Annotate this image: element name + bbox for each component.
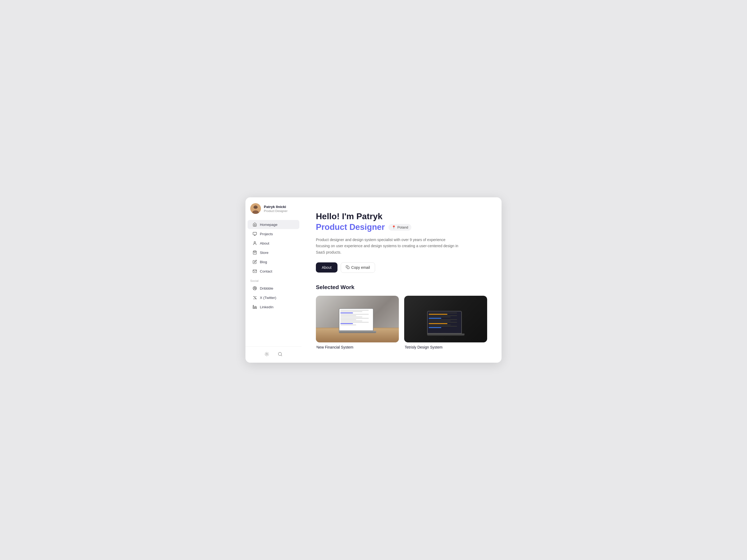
theme-toggle-icon[interactable] (263, 350, 271, 358)
home-icon (252, 222, 257, 227)
location-text: Poland (397, 225, 408, 229)
svg-line-25 (281, 355, 282, 356)
svg-rect-13 (253, 306, 254, 309)
laptop-dark (427, 311, 464, 336)
sidebar-item-homepage-label: Homepage (260, 223, 278, 227)
work-card-image-financial (316, 296, 399, 342)
sidebar-footer (246, 346, 302, 358)
svg-point-9 (254, 242, 255, 243)
svg-rect-6 (253, 232, 256, 235)
profile-name: Patryk Ilnicki (264, 205, 288, 209)
sidebar-item-about-label: About (260, 241, 269, 245)
svg-point-14 (253, 305, 254, 306)
main-content: Hello! I'm Patryk Product Designer 📍 Pol… (302, 197, 501, 363)
twitter-icon (252, 295, 257, 300)
projects-icon (252, 232, 257, 236)
sidebar: Patryk Ilnicki Product Designer Homepage (246, 197, 302, 363)
svg-line-22 (265, 355, 266, 355)
sidebar-item-twitter-label: X (Twitter) (260, 296, 276, 300)
hero-section: Hello! I'm Patryk Product Designer 📍 Pol… (316, 211, 487, 273)
location-badge: 📍 Poland (388, 224, 411, 231)
nav-section: Homepage Projects (246, 220, 302, 344)
svg-line-19 (268, 355, 268, 355)
hero-actions: About Copy email (316, 262, 487, 273)
copy-email-label: Copy email (351, 265, 370, 270)
blog-icon (252, 260, 257, 264)
sidebar-item-contact[interactable]: Contact (248, 267, 299, 276)
work-card-financial[interactable]: New Financial System (316, 296, 399, 349)
sidebar-item-dribbble-label: Dribbble (260, 286, 273, 290)
copy-icon (346, 265, 350, 270)
profile-info: Patryk Ilnicki Product Designer (264, 205, 288, 213)
work-grid: New Financial System (316, 296, 487, 349)
svg-rect-26 (347, 267, 349, 269)
sidebar-item-projects-label: Projects (260, 232, 273, 236)
work-card-financial-title: New Financial System (316, 345, 399, 349)
sidebar-item-contact-label: Contact (260, 269, 273, 273)
selected-work-title: Selected Work (316, 284, 487, 290)
store-icon (252, 250, 257, 255)
sidebar-item-homepage[interactable]: Homepage (248, 220, 299, 229)
sidebar-item-dribbble[interactable]: Dribbble (248, 284, 299, 293)
hero-greeting: Hello! I'm Patryk (316, 211, 487, 221)
work-card-tetrisly[interactable]: Tetrisly Design System (404, 296, 487, 349)
sidebar-item-linkedin[interactable]: LinkedIn (248, 302, 299, 312)
sidebar-item-store[interactable]: Store (248, 248, 299, 257)
sidebar-item-blog[interactable]: Blog (248, 257, 299, 266)
linkedin-icon (252, 304, 257, 309)
about-icon (252, 241, 257, 246)
laptop-light (339, 308, 376, 333)
sidebar-item-twitter[interactable]: X (Twitter) (248, 293, 299, 302)
contact-icon (252, 269, 257, 274)
hero-description: Product designer and design system speci… (316, 237, 460, 255)
sidebar-item-blog-label: Blog (260, 260, 267, 264)
profile-role: Product Designer (264, 209, 288, 213)
sidebar-item-linkedin-label: LinkedIn (260, 305, 274, 309)
dribbble-icon (252, 286, 257, 291)
work-card-image-tetrisly (404, 296, 487, 342)
svg-line-18 (265, 353, 266, 353)
sidebar-profile: Patryk Ilnicki Product Designer (246, 203, 302, 220)
sidebar-item-store-label: Store (260, 251, 268, 255)
hero-title-row: Product Designer 📍 Poland (316, 222, 487, 232)
work-card-tetrisly-title: Tetrisly Design System (404, 345, 487, 349)
social-section-label: Social (246, 276, 302, 284)
about-button[interactable]: About (316, 262, 337, 272)
svg-line-23 (268, 353, 268, 353)
svg-point-15 (266, 353, 267, 355)
sidebar-item-about[interactable]: About (248, 239, 299, 248)
sidebar-item-projects[interactable]: Projects (248, 229, 299, 238)
app-container: Patryk Ilnicki Product Designer Homepage (246, 197, 501, 363)
search-icon[interactable] (276, 350, 284, 358)
location-icon: 📍 (392, 225, 396, 229)
hero-title: Product Designer (316, 222, 385, 232)
copy-email-button[interactable]: Copy email (341, 262, 375, 273)
avatar (250, 203, 261, 214)
selected-work-section: Selected Work (316, 284, 487, 349)
